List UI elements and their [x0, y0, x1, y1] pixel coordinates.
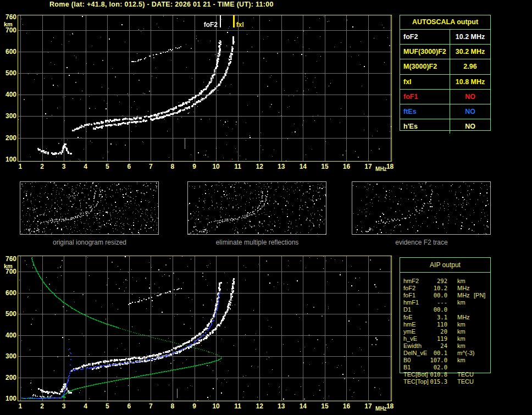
autoscala-row-value: 30.2 MHz	[450, 45, 490, 59]
aip-parameter-unit: km	[457, 321, 465, 328]
x-tick-label: 3	[57, 402, 70, 410]
thumbnail-caption-f2: evidence F2 trace	[395, 239, 447, 246]
autoscala-row: M(3000)F22.96	[400, 59, 490, 74]
autoscala-row-value: 2.96	[450, 59, 490, 74]
autoscala-table-rows: foF210.2 MHzMUF(3000)F230.2 MHzM(3000)F2…	[400, 30, 490, 134]
aip-row: D100.0	[400, 306, 491, 313]
aip-parameter-value: ---	[423, 299, 447, 306]
aip-parameter-value: 015.3	[423, 378, 447, 385]
autoscala-row-label: MUF(3000)F2	[400, 45, 450, 59]
x-tick-label: 14	[296, 163, 309, 170]
aip-row: hmF1---km	[400, 299, 491, 306]
aip-parameter-name: hmF1	[403, 299, 419, 306]
y-tick-label: 100	[0, 395, 16, 402]
x-tick-label: 15	[318, 163, 331, 170]
y-tick-label: 760	[0, 256, 16, 263]
aip-parameter-unit: TECU	[457, 371, 474, 378]
fof2-marker-label: foF2	[196, 21, 218, 29]
thumbnail-f2-canvas	[352, 182, 490, 234]
x-tick-label: 10	[209, 402, 223, 410]
x-tick-label: 8	[166, 163, 179, 170]
thumbnail-original-ionogram	[20, 181, 159, 235]
autoscala-row: fxI10.8 MHz	[400, 75, 490, 90]
x-tick-label: 7	[144, 402, 157, 410]
aip-row: B0107.0km	[400, 357, 491, 364]
autoscala-row: h'EsNO	[400, 119, 490, 134]
x-tick-label: 4	[79, 402, 92, 410]
y-tick-label: 300	[0, 353, 16, 360]
x-tick-label: 1	[14, 163, 27, 170]
aip-parameter-unit: km	[457, 278, 465, 285]
autoscala-row-value: NO	[450, 90, 490, 104]
x-tick-label: 5	[101, 402, 114, 410]
x-tick-label: 6	[123, 402, 136, 410]
x-tick-label: 5	[101, 163, 114, 170]
aip-parameter-value: 292	[423, 278, 447, 285]
y-axis-unit-label: km	[4, 263, 13, 269]
y-tick-label: 300	[0, 113, 16, 120]
x-tick-label: 17	[362, 163, 375, 170]
x-tick-label: 17	[362, 402, 375, 410]
autoscala-row: MUF(3000)F230.2 MHz	[400, 45, 490, 59]
x-tick-label: 15	[318, 402, 331, 410]
aip-parameter-name: Ewidth	[403, 342, 422, 350]
x-tick-label: 16	[340, 163, 353, 170]
x-tick-label: 12	[253, 163, 266, 170]
x-tick-label: 13	[275, 163, 288, 170]
thumbnail-caption-original: original ionogram resized	[53, 239, 126, 246]
aip-output-table: AIP output hmF2292kmfoF210.2MHzfoF100.0M…	[400, 257, 491, 373]
y-tick-label: 200	[0, 374, 16, 381]
x-tick-label: 9	[188, 402, 201, 410]
aip-row: TEC[Bot]010.8TECU	[400, 371, 491, 378]
aip-parameter-value: 00.0	[423, 292, 447, 299]
aip-parameter-value: 00.0	[423, 306, 447, 313]
aip-parameter-unit: MHz	[457, 285, 470, 292]
aip-parameter-unit: km	[457, 357, 465, 364]
x-axis-unit-label: MHz	[375, 406, 387, 412]
autoscala-row-label: fxI	[400, 75, 450, 89]
aip-row: B102.0	[400, 364, 491, 371]
aip-parameter-unit: km	[457, 342, 465, 350]
autoscala-row-value: 10.2 MHz	[450, 30, 490, 44]
aip-parameter-unit: km	[457, 299, 465, 306]
top-ionogram-canvas	[18, 15, 391, 161]
aip-parameter-value: 24	[423, 342, 447, 350]
aip-parameter-unit: MHz	[457, 314, 470, 321]
fof2-marker-line	[220, 15, 221, 27]
x-tick-label: 4	[79, 163, 92, 170]
thumbnail-caption-eliminate: eliminate multiple reflections	[216, 239, 299, 246]
y-tick-label: 600	[0, 48, 16, 56]
y-tick-label: 700	[0, 268, 16, 275]
x-tick-label: 7	[144, 163, 157, 170]
aip-parameter-note: [PN]	[474, 292, 485, 299]
aip-parameter-name: B1	[403, 364, 411, 371]
aip-row: DelN_vE00.1m^(-3)	[400, 350, 491, 357]
x-tick-label: 3	[57, 163, 70, 170]
y-tick-label: 500	[0, 311, 16, 318]
y-tick-label: 600	[0, 290, 16, 297]
x-tick-label: 13	[275, 402, 288, 410]
aip-parameter-value: 010.8	[423, 371, 447, 378]
autoscala-row-label: foF2	[400, 30, 450, 44]
autoscala-row-label: M(3000)F2	[400, 59, 450, 74]
aip-parameter-name: B0	[403, 357, 411, 364]
autoscala-row-label: ftEs	[400, 104, 450, 119]
thumbnail-eliminate-reflections	[187, 181, 326, 235]
autoscala-row: foF1NO	[400, 90, 490, 104]
aip-parameter-value: 10.2	[423, 285, 447, 292]
x-tick-label: 8	[166, 402, 179, 410]
thumbnail-eliminate-canvas	[188, 182, 326, 234]
aip-parameter-unit: TECU	[457, 378, 474, 385]
autoscala-row: ftEsNO	[400, 104, 490, 119]
fxi-marker-label: fxI	[236, 21, 244, 29]
autoscala-table-title: AUTOSCALA output	[400, 15, 490, 30]
x-tick-label: 1	[14, 402, 27, 410]
x-tick-label: 6	[123, 163, 136, 170]
aip-parameter-name: hmE	[403, 321, 416, 328]
autoscala-output-table: AUTOSCALA output foF210.2 MHzMUF(3000)F2…	[400, 15, 491, 131]
x-tick-label: 12	[253, 402, 266, 410]
aip-row: foE3.1MHz	[400, 314, 491, 321]
aip-parameter-value: 20	[423, 328, 447, 335]
aip-parameter-unit: m^(-3)	[457, 350, 474, 357]
autoscala-row-label: foF1	[400, 90, 450, 104]
